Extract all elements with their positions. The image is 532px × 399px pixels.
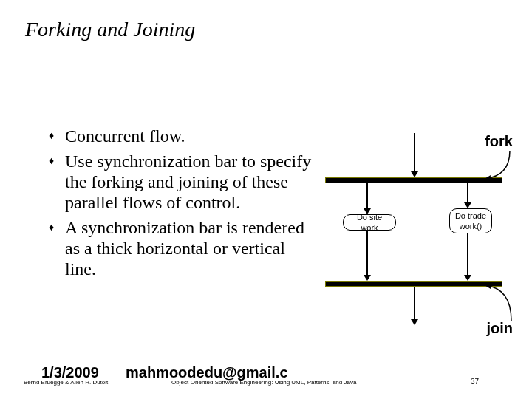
footer-book: Object-Oriented Software Engineering: Us…	[171, 379, 356, 386]
svg-marker-1	[485, 284, 491, 289]
arrowhead-icon	[464, 202, 471, 208]
bullet-text: Use synchronization bar to specify the f…	[65, 151, 315, 213]
edge-line	[414, 133, 415, 171]
bullet-marker-icon: ♦	[49, 151, 65, 171]
bullet-marker-icon: ♦	[49, 217, 65, 238]
edge-line	[366, 183, 368, 208]
edge-line	[366, 231, 368, 275]
fork-label: fork	[485, 133, 513, 150]
list-item: ♦ Concurrent flow.	[49, 126, 315, 146]
bullet-marker-icon: ♦	[49, 126, 65, 146]
edge-line	[414, 287, 415, 319]
edge-line	[467, 183, 468, 202]
activity-node-left: Do site work	[343, 214, 396, 231]
curve-arrow-icon	[480, 151, 513, 183]
sync-bar-fork	[325, 177, 502, 183]
bullet-list: ♦ Concurrent flow. ♦ Use synchronization…	[49, 126, 315, 284]
arrowhead-icon	[464, 275, 471, 281]
list-item: ♦ Use synchronization bar to specify the…	[49, 151, 315, 213]
arrowhead-icon	[364, 275, 371, 281]
svg-marker-0	[485, 175, 491, 183]
arrowhead-icon	[411, 319, 418, 325]
curve-arrow-icon	[482, 284, 516, 324]
page-title: Forking and Joining	[25, 18, 195, 41]
activity-diagram: fork Do site work Do trade work()	[325, 126, 517, 332]
arrowhead-icon	[411, 171, 418, 177]
edge-line	[467, 233, 468, 275]
activity-label: Do trade work()	[454, 211, 487, 231]
bullet-text: A synchronization bar is rendered as a t…	[65, 217, 315, 279]
bullet-text: Concurrent flow.	[65, 126, 185, 146]
activity-node-right: Do trade work()	[449, 208, 492, 233]
footer-authors: Bernd Bruegge & Allen H. Dutoit	[24, 379, 108, 386]
sync-bar-join	[325, 281, 502, 287]
list-item: ♦ A synchronization bar is rendered as a…	[49, 217, 315, 279]
join-label: join	[486, 320, 513, 337]
activity-label: Do site work	[348, 212, 391, 233]
footer-page: 37	[471, 378, 479, 386]
slide: Forking and Joining ♦ Concurrent flow. ♦…	[0, 0, 532, 399]
